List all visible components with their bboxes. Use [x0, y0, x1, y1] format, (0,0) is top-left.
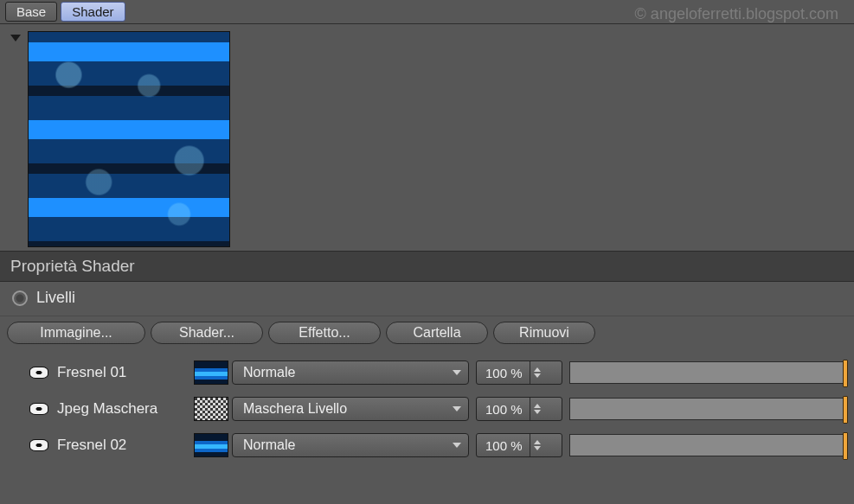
levels-radio[interactable]	[12, 290, 28, 306]
remove-button[interactable]: Rimuovi	[493, 322, 595, 344]
blend-mode-value: Normale	[243, 365, 295, 380]
visibility-eye-icon[interactable]	[29, 367, 48, 379]
blend-mode-dropdown[interactable]: Normale	[232, 360, 469, 385]
opacity-slider[interactable]	[569, 434, 847, 456]
layer-name: Fresnel 01	[52, 364, 194, 381]
visibility-eye-icon[interactable]	[29, 403, 48, 415]
spinner-down-icon	[534, 446, 541, 450]
action-buttons-row: Immagine... Shader... Effetto... Cartell…	[0, 316, 854, 354]
chevron-down-icon	[453, 370, 461, 375]
layers-list: Fresnel 01 Normale 100 % Jpeg Maschera M…	[0, 354, 854, 474]
spinner-up-icon	[534, 404, 541, 408]
spinner-up-icon	[534, 367, 541, 372]
layer-name: Fresnel 02	[52, 437, 194, 454]
visibility-eye-icon[interactable]	[29, 439, 48, 451]
spinner-down-icon	[534, 410, 541, 414]
blend-mode-dropdown[interactable]: Normale	[232, 433, 469, 457]
levels-label: Livelli	[36, 289, 75, 307]
layer-swatch[interactable]	[194, 397, 228, 421]
spinner-buttons[interactable]	[530, 434, 545, 456]
blend-mode-dropdown[interactable]: Maschera Livello	[232, 397, 469, 421]
shader-button[interactable]: Shader...	[151, 322, 263, 344]
layer-row[interactable]: Fresnel 01 Normale 100 %	[29, 354, 847, 391]
opacity-value: 100 %	[477, 402, 530, 417]
slider-handle[interactable]	[843, 396, 848, 424]
spinner-down-icon	[534, 373, 541, 378]
opacity-spinner[interactable]: 100 %	[476, 433, 562, 457]
opacity-slider[interactable]	[569, 398, 847, 420]
opacity-spinner[interactable]: 100 %	[476, 397, 562, 421]
chevron-down-icon	[453, 443, 461, 448]
preview-row	[0, 24, 854, 251]
opacity-value: 100 %	[477, 438, 530, 453]
spinner-buttons[interactable]	[530, 398, 545, 420]
opacity-slider[interactable]	[569, 361, 847, 384]
folder-button[interactable]: Cartella	[386, 322, 488, 344]
layer-swatch[interactable]	[194, 433, 228, 457]
chevron-down-icon	[453, 406, 461, 411]
layer-row[interactable]: Jpeg Maschera Maschera Livello 100 %	[29, 391, 847, 427]
tab-base[interactable]: Base	[5, 2, 57, 22]
layer-row[interactable]: Fresnel 02 Normale 100 %	[29, 427, 847, 463]
layer-name: Jpeg Maschera	[52, 400, 194, 418]
effect-button[interactable]: Effetto...	[268, 322, 381, 344]
spinner-up-icon	[534, 440, 541, 444]
opacity-spinner[interactable]: 100 %	[476, 360, 562, 385]
shader-preview[interactable]	[28, 31, 230, 247]
spinner-buttons[interactable]	[530, 361, 545, 384]
opacity-value: 100 %	[477, 366, 530, 380]
image-button[interactable]: Immagine...	[7, 322, 145, 344]
watermark-text: © angeloferretti.blogspot.com	[635, 5, 838, 23]
expand-toggle-icon[interactable]	[10, 35, 21, 41]
blend-mode-value: Maschera Livello	[243, 401, 347, 417]
slider-handle[interactable]	[843, 432, 848, 460]
tab-shader[interactable]: Shader	[61, 2, 125, 22]
blend-mode-value: Normale	[243, 437, 295, 453]
slider-handle[interactable]	[843, 360, 848, 387]
mode-row: Livelli	[0, 282, 854, 316]
section-title: Proprietà Shader	[0, 251, 854, 282]
layer-swatch[interactable]	[194, 360, 228, 385]
